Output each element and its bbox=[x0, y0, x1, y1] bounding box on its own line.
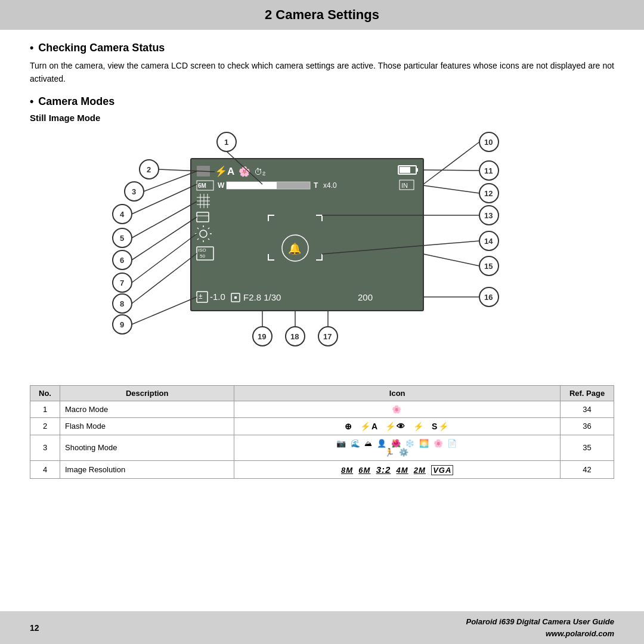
svg-line-56 bbox=[132, 184, 197, 214]
svg-point-57 bbox=[113, 228, 132, 247]
row-description: Macro Mode bbox=[60, 401, 234, 417]
svg-text:16: 16 bbox=[484, 293, 493, 302]
svg-text:200: 200 bbox=[358, 292, 373, 302]
row-no: 1 bbox=[30, 401, 60, 417]
svg-line-29 bbox=[197, 228, 199, 229]
svg-point-78 bbox=[479, 184, 499, 203]
svg-point-54 bbox=[113, 205, 132, 224]
col-header-ref: Ref. Page bbox=[561, 385, 614, 401]
svg-point-60 bbox=[113, 250, 132, 270]
svg-point-45 bbox=[217, 132, 236, 151]
svg-text:⚡A: ⚡A bbox=[215, 165, 234, 178]
row-ref: 34 bbox=[561, 401, 614, 417]
svg-point-81 bbox=[479, 206, 499, 225]
svg-text:x4.0: x4.0 bbox=[323, 181, 337, 190]
checking-status-body: Turn on the camera, view the camera LCD … bbox=[30, 59, 614, 86]
svg-point-63 bbox=[113, 273, 132, 292]
page: 2 Camera Settings • Checking Camera Stat… bbox=[0, 0, 644, 644]
footer-brand-line1: Polaroid i639 Digital Camera User Guide bbox=[466, 616, 614, 628]
row-ref: 36 bbox=[561, 417, 614, 435]
row-description: Shooting Mode bbox=[60, 435, 234, 460]
main-content: • Checking Camera Status Turn on the cam… bbox=[0, 30, 644, 611]
row-no: 4 bbox=[30, 460, 60, 478]
diagram-svg: ⚡A 🌸 ⏱₂ 6M W T x4.0 bbox=[30, 129, 614, 379]
svg-point-96 bbox=[286, 327, 305, 346]
svg-line-74 bbox=[423, 142, 479, 184]
svg-rect-38 bbox=[197, 292, 208, 302]
row-icon: 8M 6M 3:2 4M 2M VGA bbox=[234, 460, 561, 478]
col-header-description: Description bbox=[60, 385, 234, 401]
svg-line-32 bbox=[197, 239, 199, 240]
table-row: 3 Shooting Mode 📷 🌊 ⛰ 👤 🌺 ❄️ 🌅 🌸 📄🏃 ⚙️ 3… bbox=[30, 435, 614, 460]
svg-rect-6 bbox=[400, 167, 410, 173]
svg-rect-33 bbox=[197, 247, 213, 260]
svg-line-62 bbox=[132, 217, 197, 260]
table-row: 2 Flash Mode ⊕ ⚡A ⚡👁 ⚡ S⚡ 36 bbox=[30, 417, 614, 435]
svg-text:±: ± bbox=[199, 292, 203, 301]
svg-text:2: 2 bbox=[147, 165, 151, 174]
svg-text:19: 19 bbox=[258, 332, 266, 341]
diagram-container: ⚡A 🌸 ⏱₂ 6M W T x4.0 bbox=[30, 129, 614, 379]
bullet-1: • bbox=[30, 42, 33, 54]
svg-point-66 bbox=[113, 294, 132, 313]
svg-text:14: 14 bbox=[484, 237, 493, 246]
svg-point-36 bbox=[282, 235, 308, 261]
svg-text:🌸: 🌸 bbox=[239, 166, 250, 177]
svg-point-69 bbox=[113, 315, 132, 334]
svg-text:W: W bbox=[218, 181, 225, 190]
row-icon: ⊕ ⚡A ⚡👁 ⚡ S⚡ bbox=[234, 417, 561, 435]
svg-text:8: 8 bbox=[120, 299, 124, 308]
svg-point-84 bbox=[479, 231, 499, 250]
svg-line-65 bbox=[132, 234, 197, 283]
footer-brand: Polaroid i639 Digital Camera User Guide … bbox=[466, 616, 614, 639]
svg-text:50: 50 bbox=[200, 253, 205, 259]
row-ref: 42 bbox=[561, 460, 614, 478]
footer-page-number: 12 bbox=[30, 623, 39, 633]
table-row: 4 Image Resolution 8M 6M 3:2 4M 2M VGA 4… bbox=[30, 460, 614, 478]
reference-table: No. Description Icon Ref. Page 1 Macro M… bbox=[30, 385, 614, 479]
svg-text:4: 4 bbox=[120, 210, 125, 219]
svg-text:18: 18 bbox=[290, 332, 299, 341]
svg-text:F2.8  1/30: F2.8 1/30 bbox=[243, 292, 281, 302]
svg-point-99 bbox=[318, 327, 338, 346]
svg-point-75 bbox=[479, 161, 499, 180]
svg-rect-41 bbox=[231, 293, 240, 302]
svg-line-47 bbox=[227, 151, 262, 184]
col-header-icon: Icon bbox=[234, 385, 561, 401]
svg-rect-12 bbox=[227, 182, 277, 189]
svg-text:9: 9 bbox=[120, 320, 124, 329]
checking-status-heading: • Checking Camera Status bbox=[30, 42, 614, 54]
svg-text:T: T bbox=[314, 181, 318, 190]
svg-rect-5 bbox=[398, 166, 416, 174]
footer-brand-line2: www.polaroid.com bbox=[466, 628, 614, 640]
still-image-label: Still Image Mode bbox=[30, 113, 614, 123]
svg-rect-7 bbox=[416, 168, 418, 172]
svg-text:6: 6 bbox=[120, 256, 124, 265]
svg-line-50 bbox=[159, 169, 215, 172]
svg-text:15: 15 bbox=[484, 262, 493, 271]
svg-text:🔔: 🔔 bbox=[288, 242, 302, 255]
svg-text:17: 17 bbox=[323, 332, 332, 341]
svg-line-80 bbox=[423, 185, 479, 193]
svg-line-59 bbox=[132, 202, 197, 238]
svg-line-77 bbox=[423, 170, 479, 171]
camera-modes-section: • Camera Modes Still Image Mode bbox=[30, 95, 614, 123]
svg-point-72 bbox=[479, 132, 499, 151]
svg-text:ISO: ISO bbox=[198, 247, 206, 253]
svg-text:-1.0: -1.0 bbox=[210, 292, 225, 302]
col-header-no: No. bbox=[30, 385, 60, 401]
row-no: 2 bbox=[30, 417, 60, 435]
svg-line-86 bbox=[322, 241, 479, 254]
svg-text:1: 1 bbox=[224, 138, 228, 147]
svg-text:7: 7 bbox=[120, 278, 124, 287]
bullet-2: • bbox=[30, 95, 33, 108]
svg-text:3: 3 bbox=[132, 187, 136, 196]
row-description: Image Resolution bbox=[60, 460, 234, 478]
svg-point-51 bbox=[125, 182, 144, 201]
svg-text:5: 5 bbox=[120, 234, 124, 243]
camera-modes-heading: • Camera Modes bbox=[30, 95, 614, 108]
svg-text:11: 11 bbox=[484, 166, 493, 175]
svg-point-24 bbox=[200, 230, 207, 237]
svg-line-30 bbox=[208, 239, 209, 240]
svg-line-89 bbox=[423, 254, 479, 266]
